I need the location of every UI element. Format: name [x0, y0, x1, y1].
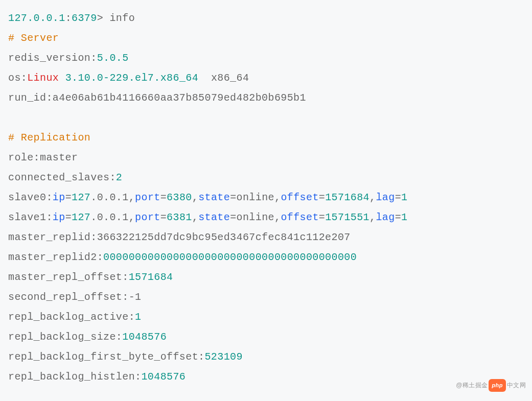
prompt-line: 127.0.0.1:6379> info [8, 12, 135, 24]
slave1-line: slave1:ip=127.0.0.1,port=6381,state=onli… [8, 211, 407, 223]
repl-backlog-size-line: repl_backlog_size:1048576 [8, 331, 167, 343]
command-text: info [109, 12, 135, 24]
run-id-line: run_id:a4e06ab61b4116660aa37b85079ed482b… [8, 92, 306, 104]
master-replid2-line: master_replid2:0000000000000000000000000… [8, 251, 357, 263]
repl-backlog-first-byte-offset-line: repl_backlog_first_byte_offset:523109 [8, 351, 243, 363]
terminal-output: 127.0.0.1:6379> info # Server redis_vers… [8, 8, 524, 387]
role-line: role:master [8, 152, 78, 163]
prompt-host: 127.0.0.1 [8, 12, 65, 24]
connected-slaves-line: connected_slaves:2 [8, 172, 122, 183]
master-repl-offset-line: master_repl_offset:1571684 [8, 271, 173, 283]
repl-backlog-histlen-line: repl_backlog_histlen:1048576 [8, 371, 186, 383]
repl-backlog-active-line: repl_backlog_active:1 [8, 311, 141, 323]
redis-version-line: redis_version:5.0.5 [8, 52, 129, 64]
os-line: os:Linux 3.10.0-229.el7.x86_64 x86_64 [8, 72, 249, 84]
second-repl-offset-line: second_repl_offset:-1 [8, 291, 141, 303]
prompt-port: 6379 [72, 12, 97, 24]
attribution-watermark: @稀土掘金php中文网 [456, 379, 526, 392]
php-badge-icon: php [489, 379, 505, 392]
master-replid-line: master_replid:366322125dd7dc9bc95ed3467c… [8, 231, 351, 243]
server-section-header: # Server [8, 32, 59, 44]
replication-section-header: # Replication [8, 132, 90, 144]
slave0-line: slave0:ip=127.0.0.1,port=6380,state=onli… [8, 192, 407, 203]
